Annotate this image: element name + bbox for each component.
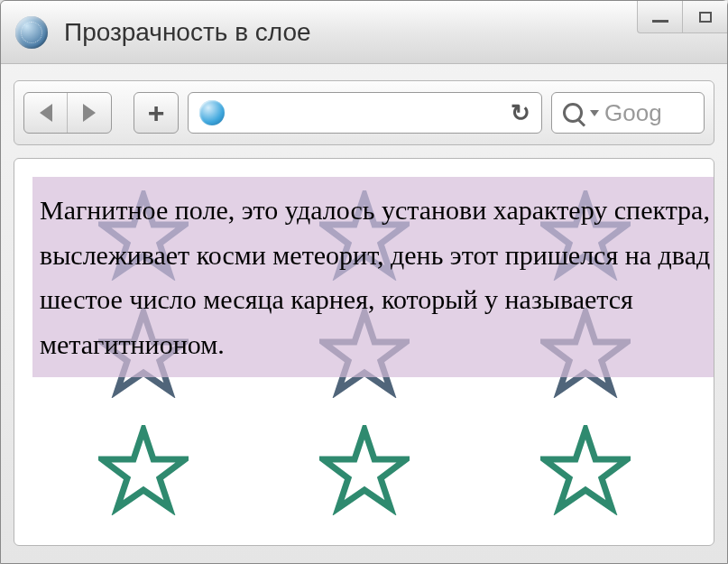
- browser-window: Прозрачность в слое + ↻ Goog: [0, 0, 728, 564]
- globe-icon: [199, 100, 225, 125]
- paragraph-text: Магнитное поле, это удалось установи хар…: [40, 195, 710, 359]
- star-icon: [319, 425, 410, 515]
- titlebar: Прозрачность в слое: [1, 1, 727, 64]
- svg-marker-7: [323, 430, 406, 508]
- nav-group: [23, 92, 112, 134]
- reload-button[interactable]: ↻: [511, 99, 530, 127]
- chevron-down-icon: [590, 110, 599, 116]
- search-icon: [563, 103, 583, 123]
- url-bar[interactable]: ↻: [188, 92, 542, 134]
- star-icon: [98, 425, 189, 515]
- window-controls: [637, 1, 727, 37]
- arrow-right-icon: [83, 104, 96, 122]
- arrow-left-icon: [40, 104, 52, 122]
- window-title: Прозрачность в слое: [64, 18, 311, 47]
- back-button[interactable]: [24, 93, 68, 133]
- svg-marker-6: [102, 430, 185, 508]
- search-placeholder: Goog: [604, 99, 662, 127]
- forward-button[interactable]: [68, 93, 111, 133]
- star-icon: [540, 425, 631, 515]
- svg-marker-8: [544, 430, 627, 508]
- toolbar: + ↻ Goog: [14, 80, 714, 145]
- page-content: Магнитное поле, это удалось установи хар…: [14, 158, 714, 546]
- page-favicon: [15, 16, 48, 49]
- text-overlay: Магнитное поле, это удалось установи хар…: [32, 177, 714, 377]
- new-tab-button[interactable]: +: [134, 92, 179, 134]
- maximize-button[interactable]: [682, 1, 727, 33]
- search-bar[interactable]: Goog: [551, 92, 705, 134]
- minimize-button[interactable]: [637, 1, 682, 33]
